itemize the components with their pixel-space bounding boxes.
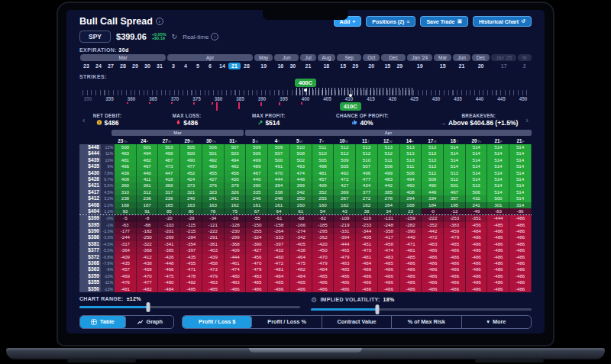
pl-cell[interactable]: 514 <box>509 170 532 176</box>
table-date-header[interactable]: 11 T <box>354 138 377 143</box>
pl-cell[interactable]: -412 <box>137 254 159 260</box>
expiration-day[interactable]: 5 <box>192 63 204 69</box>
pl-cell[interactable]: 513 <box>422 150 444 156</box>
pl-cell[interactable]: -88 <box>137 222 159 228</box>
pl-cell[interactable]: -486 <box>356 286 378 292</box>
pl-cell[interactable]: -486 <box>378 266 400 272</box>
pl-cell[interactable]: 472 <box>334 176 356 182</box>
pl-cell[interactable]: -486 <box>268 286 290 292</box>
table-date-header[interactable]: 20 Th <box>465 138 487 143</box>
pl-cell[interactable]: -486 <box>509 286 532 292</box>
pl-cell[interactable]: -486 <box>509 266 532 272</box>
table-date-header[interactable]: 10 M <box>333 138 355 143</box>
pl-cell[interactable]: -459 <box>137 266 159 272</box>
pl-cell[interactable]: -486 <box>466 266 488 272</box>
pl-cell[interactable]: -438 <box>137 260 159 266</box>
pl-cell[interactable]: 241 <box>202 195 225 201</box>
chart-range-slider[interactable] <box>79 306 300 308</box>
pl-cell[interactable]: -486 <box>378 286 400 292</box>
pl-cell[interactable]: 473 <box>158 163 180 169</box>
pl-cell[interactable]: -486 <box>422 266 444 272</box>
pl-cell[interactable]: -484 <box>466 228 488 234</box>
pl-cell[interactable]: 444 <box>268 176 290 182</box>
pl-cell[interactable]: 492 <box>334 170 356 176</box>
pl-cell[interactable]: -427 <box>246 247 268 253</box>
pl-cell[interactable]: -482 <box>180 279 202 285</box>
pl-cell[interactable]: -486 <box>378 273 400 279</box>
pl-cell[interactable]: -403 <box>202 247 225 253</box>
pl-cell[interactable]: -368 <box>225 241 247 247</box>
table-date-header[interactable]: 18 T <box>443 138 465 143</box>
pl-cell[interactable]: 501 <box>444 182 466 188</box>
pl-cell[interactable]: -405 <box>290 241 312 247</box>
table-date-header[interactable]: 14 F <box>399 138 421 143</box>
pl-cell[interactable]: -317 <box>115 241 137 247</box>
pl-cell[interactable]: 509 <box>334 157 356 163</box>
pl-cell[interactable]: -486 <box>466 273 488 279</box>
feed-info-icon[interactable]: i <box>211 33 218 40</box>
pl-cell[interactable]: -486 <box>466 279 488 285</box>
pl-cell[interactable]: 267 <box>334 195 356 201</box>
pl-cell[interactable]: 498 <box>312 163 335 169</box>
pl-cell[interactable]: 184 <box>422 202 444 208</box>
pl-cell[interactable]: -486 <box>246 286 268 292</box>
pl-cell[interactable]: -222 <box>202 228 225 234</box>
pl-cell[interactable]: -486 <box>422 286 444 292</box>
pl-cell[interactable]: 409 <box>115 176 137 182</box>
pl-cell[interactable]: 163 <box>202 202 225 208</box>
pl-cell[interactable]: 93 <box>115 208 137 214</box>
pl-cell[interactable]: 342 <box>290 189 312 195</box>
pl-cell[interactable]: 334 <box>422 195 444 201</box>
pl-cell[interactable]: -182 <box>137 228 159 234</box>
pl-cell[interactable]: -115 <box>180 222 202 228</box>
pl-cell[interactable]: -486 <box>334 273 356 279</box>
pl-cell[interactable]: 310 <box>115 189 137 195</box>
pl-cell[interactable]: 489 <box>246 163 268 169</box>
pl-cell[interactable]: -253 <box>444 215 466 221</box>
pl-cell[interactable]: -486 <box>509 279 532 285</box>
pl-cell[interactable]: 498 <box>158 150 180 156</box>
pl-cell[interactable]: -119 <box>356 215 378 221</box>
pl-cell[interactable]: 447 <box>158 170 180 176</box>
expiration-day[interactable]: 19 <box>414 63 426 69</box>
pl-cell[interactable]: -486 <box>400 260 422 266</box>
pl-cell[interactable]: -458 <box>202 260 225 266</box>
pl-cell[interactable]: 163 <box>180 202 202 208</box>
pl-cell[interactable]: -83 <box>115 222 137 228</box>
pl-cell[interactable]: -5 <box>115 215 137 221</box>
pl-cell[interactable]: -485 <box>378 260 400 266</box>
pl-cell[interactable]: 75 <box>225 208 247 214</box>
pl-cell[interactable]: 483 <box>115 150 137 156</box>
pl-cell[interactable]: -109 <box>334 215 356 221</box>
pl-cell[interactable]: -456 <box>246 254 268 260</box>
pl-cell[interactable]: -344 <box>356 228 378 234</box>
pl-cell[interactable]: 449 <box>422 189 444 195</box>
pl-cell[interactable]: 294 <box>400 195 422 201</box>
pl-cell[interactable]: 514 <box>487 144 509 150</box>
pl-cell[interactable]: 54 <box>312 208 335 214</box>
pl-cell[interactable]: -409 <box>115 254 137 260</box>
pl-cell[interactable]: -442 <box>422 228 444 234</box>
expiration-day[interactable]: 28 <box>117 63 129 69</box>
pl-cell[interactable]: -486 <box>509 234 532 240</box>
pl-cell[interactable]: 352 <box>312 189 335 195</box>
pl-cell[interactable]: -486 <box>466 234 488 240</box>
expiration-day[interactable]: 21 <box>302 63 314 69</box>
header-button-historical-chart[interactable]: Historical Chart↺ <box>473 16 532 27</box>
pl-cell[interactable]: 452 <box>180 170 202 176</box>
pl-cell[interactable]: 85 <box>158 208 180 214</box>
leg-handle[interactable] <box>349 94 352 97</box>
pl-cell[interactable]: 23 <box>400 208 422 214</box>
expiration-day[interactable]: 4 <box>179 63 192 69</box>
pl-cell[interactable]: -456 <box>466 222 488 228</box>
pl-cell[interactable]: 514 <box>487 157 509 163</box>
pl-cell[interactable]: 514 <box>509 163 532 169</box>
table-date-header[interactable]: 27 M <box>156 138 178 143</box>
pl-cell[interactable]: -383 <box>444 222 466 228</box>
pl-cell[interactable]: -82 <box>312 215 335 221</box>
pl-cell[interactable]: 250 <box>290 195 312 201</box>
pl-cell[interactable]: 492 <box>202 157 225 163</box>
pl-cell[interactable]: 43 <box>334 208 356 214</box>
pl-cell[interactable]: 460 <box>400 182 422 188</box>
pl-cell[interactable]: -435 <box>115 260 137 266</box>
